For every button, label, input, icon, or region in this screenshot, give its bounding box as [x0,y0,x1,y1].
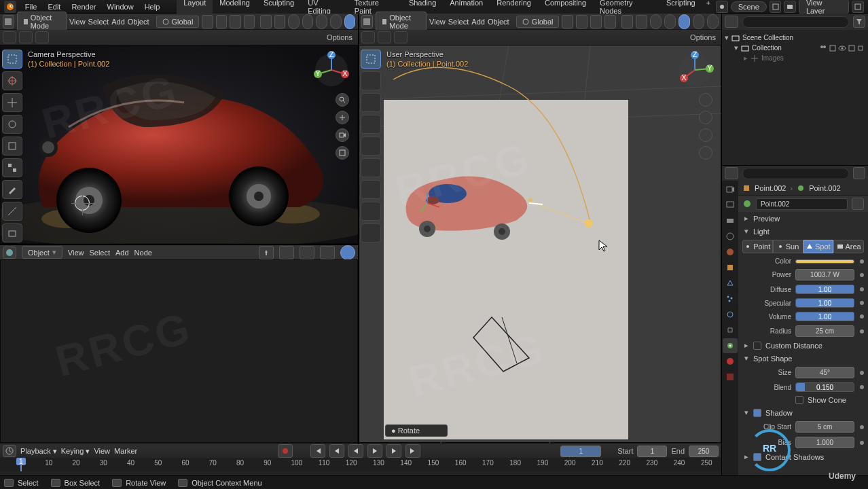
editor-type-timeline-icon[interactable] [3,445,16,457]
tool-transform[interactable] [2,158,22,177]
play-icon[interactable] [367,444,382,458]
shading-wire-icon-r[interactable] [664,14,676,29]
vp-menu-view[interactable]: View [69,18,86,26]
vpr-menu-select[interactable]: Select [448,18,469,26]
clip-field[interactable]: 5 cm [795,421,854,433]
start-frame[interactable]: 1 [637,446,667,457]
nav-gizmo-icon-r[interactable]: Z Y X [676,51,714,89]
shading-render-icon[interactable] [344,14,356,29]
gizmo-toggle[interactable] [274,15,286,29]
render-icon[interactable] [857,44,865,52]
select-mode-icon[interactable] [3,31,16,43]
tool-measure[interactable] [2,202,22,221]
outliner-item-images[interactable]: ▸ Images [725,53,865,63]
vp-menu-select[interactable]: Select [88,18,109,26]
diffuse-slider[interactable]: 1.00 [795,285,854,294]
shading-wire-icon[interactable] [302,14,314,29]
select-mode-icon-r1[interactable] [361,31,375,43]
autokey-toggle[interactable] [278,444,293,458]
nav-gizmo-icon[interactable]: Z X Y [312,51,350,89]
properties-options-icon[interactable] [853,167,865,179]
tool-annotate-r[interactable] [361,180,381,199]
select-mode-icon-r3[interactable] [394,31,408,43]
ne-menu-add[interactable]: Add [115,249,129,257]
snap-toggle-r[interactable] [576,15,587,29]
outliner-tree[interactable]: ▾ Scene Collection ▾ Collection ▸ [722,30,868,165]
ne-option-2-icon[interactable] [320,246,335,259]
bias-field[interactable]: 1.000 [795,437,854,448]
keyframe-dot-icon[interactable] [860,425,864,429]
keyframe-dot-icon[interactable] [860,259,864,264]
shader-editor-area[interactable] [0,259,358,443]
viewport-solid[interactable]: User Perspective (1) Collection | Point.… [359,45,721,443]
hide-icon[interactable] [838,44,846,52]
vp-menu-add[interactable]: Add [111,18,125,26]
tl-playback[interactable]: Playback ▾ [20,447,57,456]
menu-file[interactable]: File [20,1,42,12]
panel-contact-shadows[interactable]: ▸Contact Shadows [738,450,868,463]
proportional-toggle[interactable] [244,15,255,29]
tl-menu-view[interactable]: View [94,447,110,455]
light-type-spot[interactable]: Spot [803,240,834,253]
spot-size-field[interactable]: 45° [795,367,854,378]
tool-annotate[interactable] [2,180,22,199]
keyframe-dot-icon[interactable] [860,287,864,291]
keyframe-dot-icon[interactable] [860,385,864,389]
keyframe-dot-icon[interactable] [860,329,864,333]
nav-zoom-icon[interactable] [336,93,349,107]
tool-move-r[interactable] [361,93,381,112]
options-dropdown-left[interactable]: Options [324,32,355,43]
prop-tab-scene-icon[interactable] [723,229,738,244]
light-name-input[interactable] [756,198,848,210]
outliner-search-input[interactable] [742,16,849,28]
vp-menu-object[interactable]: Object [128,18,149,26]
jump-end-icon[interactable] [405,444,420,458]
properties-search-input[interactable] [742,168,849,179]
breadcrumb-data[interactable]: Point.002 [809,184,840,192]
jump-start-icon[interactable] [310,444,325,458]
panel-shadow[interactable]: ▾Shadow [738,406,868,419]
orientation-selector-right[interactable]: Global [516,16,560,28]
scene-icon[interactable] [716,1,728,13]
shadow-enable-check[interactable] [753,409,761,417]
snap-toggle[interactable] [216,15,228,29]
tool-cursor-r[interactable] [361,71,381,90]
custom-distance-check[interactable] [753,342,761,350]
play-rev-icon[interactable] [348,444,363,458]
tool-rotate[interactable] [2,115,22,134]
nav-persp-icon[interactable] [336,146,349,160]
prop-tab-render-icon[interactable] [723,182,738,197]
show-cone-check[interactable] [795,396,803,404]
keyframe-dot-icon[interactable] [860,301,864,305]
nav-persp-icon-r[interactable] [699,146,712,160]
tool-measure-r[interactable] [361,202,381,221]
light-type-area[interactable]: Area [833,240,864,253]
editor-type-shader-icon[interactable] [3,247,16,259]
spot-blend-slider[interactable]: 0.150 [795,382,854,392]
tool-addcube-r[interactable] [361,223,381,242]
overlay-toggle-r[interactable] [621,15,633,29]
keyframe-dot-icon[interactable] [860,314,864,319]
shading-solid-icon-r[interactable] [679,14,690,29]
shading-matprev-icon[interactable] [330,14,342,29]
pivot-icon-r[interactable] [562,15,573,29]
options-dropdown-right[interactable]: Options [687,32,719,43]
tool-select-box-r[interactable] [361,50,381,69]
tool-scale-r[interactable] [361,137,381,156]
datablock-browse-icon[interactable] [852,198,864,210]
mode-selector-right[interactable]: Object Mode [376,12,427,32]
prev-key-icon[interactable] [329,444,344,458]
ne-menu-view[interactable]: View [68,249,84,257]
end-frame[interactable]: 250 [689,446,719,457]
outliner-collection[interactable]: ▾ Collection [725,43,865,53]
ne-backdrop-icon[interactable] [340,245,355,260]
vpr-menu-view[interactable]: View [429,18,446,26]
nav-zoom-icon-r[interactable] [699,93,712,107]
ne-option-1-icon[interactable] [300,246,314,259]
prop-tab-viewlayer-icon[interactable] [723,213,738,228]
scene-selector[interactable]: Scene [731,1,767,12]
menu-edit[interactable]: Edit [43,1,65,12]
gizmo-toggle-r[interactable] [636,15,647,29]
tool-addcube[interactable] [2,223,22,242]
prop-tab-physics-icon[interactable] [723,307,738,322]
